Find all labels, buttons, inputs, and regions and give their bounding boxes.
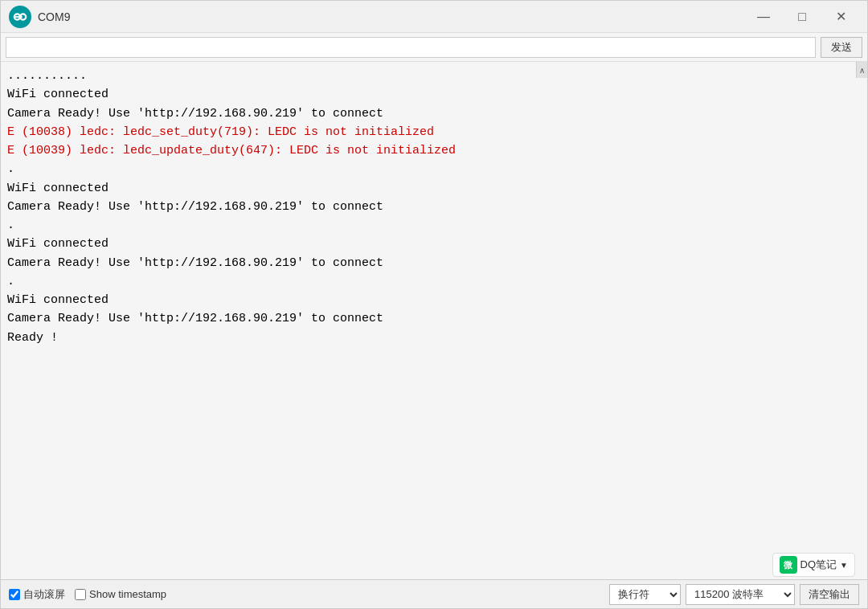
status-right: 换行符 无行尾 换行 回车 300 波特率 1200 波特率 2400 波特率 … bbox=[609, 584, 859, 605]
console-area: ...........WiFi connectedCamera Ready! U… bbox=[1, 62, 867, 579]
console-line: Camera Ready! Use 'http://192.168.90.219… bbox=[7, 254, 861, 272]
timestamp-label: Show timestamp bbox=[89, 588, 166, 600]
console-line: . bbox=[7, 216, 861, 235]
chevron-down-icon: ▼ bbox=[840, 561, 848, 570]
console-line: E (10039) ledc: ledc_update_duty(647): L… bbox=[7, 141, 861, 160]
arduino-logo bbox=[9, 6, 31, 28]
scroll-up-indicator[interactable]: ∧ bbox=[856, 62, 867, 78]
console-line: . bbox=[7, 160, 861, 178]
autoscroll-label: 自动滚屏 bbox=[23, 587, 65, 602]
console-line: Camera Ready! Use 'http://192.168.90.219… bbox=[7, 198, 861, 216]
minimize-button[interactable]: — bbox=[745, 4, 782, 30]
console-line: Camera Ready! Use 'http://192.168.90.219… bbox=[7, 104, 861, 123]
watermark: 微 DQ笔记 ▼ bbox=[772, 553, 855, 577]
console-line: WiFi connected bbox=[7, 85, 861, 104]
send-button[interactable]: 发送 bbox=[821, 37, 862, 58]
console-line: WiFi connected bbox=[7, 179, 861, 198]
autoscroll-checkbox-item[interactable]: 自动滚屏 bbox=[9, 587, 65, 602]
input-bar: 发送 bbox=[1, 33, 867, 62]
watermark-icon: 微 bbox=[780, 556, 797, 574]
console-output[interactable]: ...........WiFi connectedCamera Ready! U… bbox=[1, 62, 867, 579]
baudrate-select[interactable]: 300 波特率 1200 波特率 2400 波特率 4800 波特率 9600 … bbox=[686, 584, 795, 605]
close-button[interactable]: ✕ bbox=[822, 4, 859, 30]
console-line: E (10038) ledc: ledc_set_duty(719): LEDC… bbox=[7, 123, 861, 141]
status-bar: 自动滚屏 Show timestamp 换行符 无行尾 换行 回车 300 波特… bbox=[1, 579, 867, 608]
window-title: COM9 bbox=[38, 10, 745, 23]
maximize-button[interactable]: □ bbox=[784, 4, 821, 30]
window-controls: — □ ✕ bbox=[745, 4, 859, 30]
logo-icon bbox=[13, 10, 27, 24]
timestamp-checkbox[interactable] bbox=[75, 589, 86, 600]
console-line: Ready ! bbox=[7, 329, 861, 347]
watermark-label: DQ笔记 bbox=[800, 558, 837, 572]
title-bar: COM9 — □ ✕ bbox=[1, 1, 867, 33]
serial-input[interactable] bbox=[6, 37, 816, 58]
linefeed-select[interactable]: 换行符 无行尾 换行 回车 bbox=[609, 584, 681, 605]
timestamp-checkbox-item[interactable]: Show timestamp bbox=[75, 588, 166, 600]
main-window: COM9 — □ ✕ 发送 ...........WiFi connectedC… bbox=[0, 0, 868, 609]
status-left: 自动滚屏 Show timestamp bbox=[9, 587, 166, 602]
autoscroll-checkbox[interactable] bbox=[9, 589, 20, 600]
console-line: WiFi connected bbox=[7, 235, 861, 253]
clear-output-button[interactable]: 清空输出 bbox=[800, 584, 859, 605]
console-line: . bbox=[7, 272, 861, 291]
console-line: ........... bbox=[7, 67, 861, 85]
console-line: Camera Ready! Use 'http://192.168.90.219… bbox=[7, 309, 861, 328]
console-line: WiFi connected bbox=[7, 291, 861, 309]
